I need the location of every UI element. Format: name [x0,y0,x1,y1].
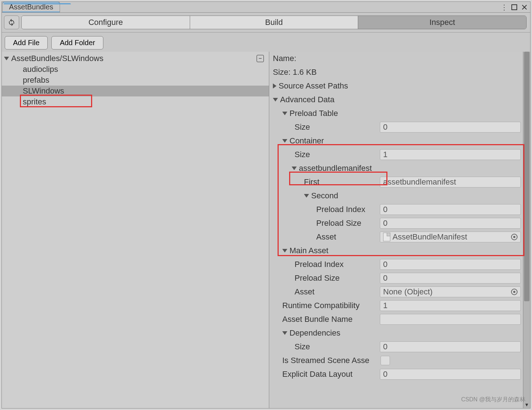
refresh-icon [8,18,16,26]
tree-panel[interactable]: AssetBundles/SLWindows − audioclips pref… [2,52,269,408]
foldout-icon[interactable] [282,139,287,143]
foldout-icon[interactable] [273,83,276,89]
tab-configure[interactable]: Configure [22,16,190,29]
svg-rect-0 [512,5,517,10]
preload-index-label: Preload Index [316,205,365,214]
tree-item-sprites[interactable]: sprites [2,96,269,107]
container-item-label[interactable]: assetbundlemanifest [299,164,372,173]
field-value: 1 [383,301,387,310]
tree-item-prefabs[interactable]: prefabs [2,75,269,86]
name-label: Name: [273,54,296,63]
container-label[interactable]: Container [289,136,324,146]
asset-field[interactable]: AssetBundleManifest [380,232,521,242]
field-value: 0 [383,342,387,351]
add-file-label: Add File [13,39,39,47]
field-value: 0 [383,260,387,269]
first-field[interactable]: assetbundlemanifest [380,177,521,187]
main-tabbar: Configure Build Inspect [2,13,530,33]
collapse-button[interactable]: − [257,55,264,62]
scrollbar[interactable]: ▼ [523,52,530,408]
foldout-icon[interactable] [282,249,287,253]
main-preload-size-label: Preload Size [295,273,340,283]
field-value: 0 [383,370,387,379]
button-row: Add File Add Folder [2,33,530,52]
add-file-button[interactable]: Add File [5,36,48,49]
explicit-data-layout-label: Explicit Data Layout [282,370,352,379]
preload-table-label[interactable]: Preload Table [289,109,338,118]
asset-bundle-name-label: Asset Bundle Name [282,315,352,324]
dependencies-label[interactable]: Dependencies [289,328,340,338]
is-streamed-checkbox[interactable] [381,356,390,365]
foldout-icon[interactable] [4,57,9,60]
field-value: assetbundlemanifest [383,177,456,187]
tab-inspect[interactable]: Inspect [358,16,526,29]
object-picker-icon[interactable] [511,289,518,295]
asset-bundle-name-field[interactable] [380,314,521,325]
watermark: CSDN @我与岁月的森林 [461,396,525,403]
maximize-icon[interactable] [511,4,518,11]
tab-configure-label: Configure [89,18,123,27]
tree-root-header[interactable]: AssetBundles/SLWindows − [2,53,269,64]
asset-label: Asset [316,232,336,242]
preload-table-size-field[interactable]: 0 [380,122,521,133]
tab-inspect-label: Inspect [429,18,455,27]
is-streamed-label: Is Streamed Scene Asse [282,356,369,365]
field-value: AssetBundleManifest [392,232,467,242]
object-icon [383,233,390,241]
tab-build-label: Build [265,18,283,27]
field-value: None (Object) [383,287,433,297]
tab-highlight [4,3,71,4]
add-folder-label: Add Folder [60,39,95,47]
field-value: 0 [383,273,387,283]
field-value: 1 [383,150,387,159]
tree-item-label: SLWindows [23,86,64,95]
main-asset-field[interactable]: None (Object) [380,286,521,297]
content-area: AssetBundles/SLWindows − audioclips pref… [2,52,530,408]
tree-root: AssetBundles/SLWindows − audioclips pref… [2,52,269,109]
inspect-panel: Name: Size: 1.6 KB Source Asset Paths Ad… [269,52,530,408]
tree-root-label: AssetBundles/SLWindows [11,54,103,63]
container-size-field[interactable]: 1 [380,149,521,160]
dependencies-size-field[interactable]: 0 [380,341,521,352]
main-tabs: Configure Build Inspect [21,16,527,29]
tree-item-label: prefabs [23,75,49,85]
tree-item-label: sprites [23,97,46,106]
foldout-icon[interactable] [304,194,309,198]
main-preload-size-field[interactable]: 0 [380,273,521,284]
scrollbar-thumb[interactable] [524,52,529,301]
titlebar: AssetBundles ⋮ [2,2,530,13]
kebab-menu-icon[interactable]: ⋮ [501,4,508,11]
object-picker-icon[interactable] [511,234,518,240]
source-asset-paths-label[interactable]: Source Asset Paths [279,81,348,91]
main-asset-label[interactable]: Main Asset [289,246,329,255]
preload-index-field[interactable]: 0 [380,204,521,215]
second-label[interactable]: Second [311,191,338,200]
preload-size-field[interactable]: 0 [380,218,521,229]
window-frame: AssetBundles ⋮ Configure Build Inspect A… [1,1,531,409]
refresh-button[interactable] [4,16,19,29]
runtime-compat-field[interactable]: 1 [380,300,521,311]
main-asset-asset-label: Asset [295,287,314,297]
tree-item-label: audioclips [23,65,58,74]
preload-size-label: Preload Size [316,219,361,228]
explicit-data-layout-field[interactable]: 0 [380,369,521,380]
dependencies-size-label: Size [295,342,310,351]
foldout-icon[interactable] [273,98,278,102]
advanced-data-label[interactable]: Advanced Data [280,95,334,104]
size-label: Size: 1.6 KB [273,68,317,77]
tree-item-audioclips[interactable]: audioclips [2,64,269,75]
foldout-icon[interactable] [282,112,287,115]
first-label: First [304,177,319,187]
field-value: 0 [383,122,387,132]
tree-item-slwindows[interactable]: SLWindows [2,86,269,96]
main-preload-index-field[interactable]: 0 [380,259,521,270]
close-icon[interactable] [521,4,528,11]
runtime-compat-label: Runtime Compatibility [282,301,360,310]
field-value: 0 [383,219,387,228]
foldout-icon[interactable] [282,331,287,335]
preload-table-size-label: Size [295,122,310,132]
foldout-icon[interactable] [292,167,297,170]
main-preload-index-label: Preload Index [295,260,344,269]
add-folder-button[interactable]: Add Folder [51,36,103,49]
tab-build[interactable]: Build [190,16,359,29]
